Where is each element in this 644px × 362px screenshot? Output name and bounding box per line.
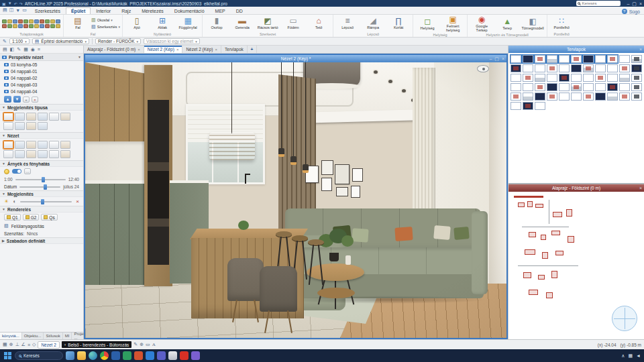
sheet-thumbnail[interactable] xyxy=(523,83,533,91)
sheet-thumbnail[interactable] xyxy=(631,83,642,91)
snap-icon[interactable]: ⊕ xyxy=(9,342,13,347)
sheet-thumbnail[interactable] xyxy=(523,64,533,72)
sheet-thumbnail[interactable] xyxy=(511,102,521,110)
viewport-titlebar[interactable]: Nézet 2 (Kép) * – ▢ × xyxy=(85,55,506,62)
property-icon[interactable] xyxy=(2,19,7,23)
panel-list-icon[interactable]: ▤ xyxy=(3,47,7,52)
start-button[interactable] xyxy=(3,351,12,360)
sheet-thumbnail[interactable] xyxy=(535,64,545,72)
documentation-combo[interactable]: ▤ Építési dokumentáció▾ xyxy=(32,38,89,44)
section-free-defined[interactable]: ▶ Szabadon definiált xyxy=(0,237,83,244)
fuggonyfal-button[interactable]: ▦ Függönyfal xyxy=(176,17,200,29)
view-group-header[interactable]: Perspektív nézet ▼ xyxy=(0,54,83,61)
zoom-in-icon[interactable]: ⊕ xyxy=(140,342,144,347)
display-type-option[interactable] xyxy=(49,113,59,121)
property-icon[interactable] xyxy=(13,19,17,23)
tab-mi[interactable]: MI xyxy=(63,333,72,339)
rampa-button[interactable]: ◢ Rámpa xyxy=(361,17,385,29)
display-type-option[interactable] xyxy=(3,122,13,130)
sheet-thumbnail[interactable] xyxy=(583,93,594,101)
delete-view-button[interactable]: × xyxy=(32,97,38,103)
edit-properties-icon[interactable]: ✎ xyxy=(3,39,7,44)
sheet-thumbnail[interactable] xyxy=(631,64,642,72)
sheet-thumbnail[interactable] xyxy=(595,74,606,82)
tab-stilusok[interactable]: Stílusok xyxy=(44,333,62,339)
sheet-thumbnail[interactable] xyxy=(583,55,594,63)
property-icon[interactable] xyxy=(7,24,12,28)
open-file-icon[interactable]: ◫ xyxy=(9,7,14,13)
korlat-button[interactable]: ∏ Korlát xyxy=(386,17,411,29)
sheet-thumbnail[interactable] xyxy=(535,55,545,63)
zoom-extents-icon[interactable]: ▭ xyxy=(146,342,150,347)
property-icon[interactable] xyxy=(2,24,7,28)
property-icon[interactable] xyxy=(56,24,60,28)
new-tab-button[interactable]: + xyxy=(248,46,257,53)
sheet-thumbnail[interactable] xyxy=(535,102,545,110)
property-icon[interactable] xyxy=(29,19,34,23)
property-icon[interactable] xyxy=(40,19,44,23)
sun-icon[interactable]: ☀ xyxy=(4,198,9,204)
sheet-thumbnail[interactable] xyxy=(547,74,557,82)
fal-szerkesztes-button[interactable]: ▧ Szerkesztés▾ xyxy=(91,24,120,29)
sheet-thumbnail[interactable] xyxy=(511,55,521,63)
section-display-type[interactable]: ▼ Megjelenítés típusa xyxy=(0,104,83,111)
sheet-thumbnail[interactable] xyxy=(607,74,618,82)
property-icon[interactable] xyxy=(34,19,39,23)
sheet-thumbnail[interactable] xyxy=(559,74,570,82)
view-option[interactable] xyxy=(38,141,48,149)
sheets-panel-header[interactable]: Tervlapok × xyxy=(508,46,644,53)
tab-mep[interactable]: MEP xyxy=(210,7,231,14)
doc-tab-sheets[interactable]: Tervlapok xyxy=(221,46,248,53)
sheet-thumbnail[interactable] xyxy=(607,55,618,63)
lepcso-button[interactable]: ≡ Lépcső xyxy=(335,17,360,29)
edge-icon[interactable] xyxy=(89,351,97,360)
doc-tab-view2-active[interactable]: Nézet 2 (Kép)× xyxy=(144,46,183,53)
sheet-thumbnail[interactable] xyxy=(583,83,594,91)
sheet-thumbnail[interactable] xyxy=(547,83,557,91)
archline-app-icon[interactable] xyxy=(168,351,177,360)
view-option[interactable] xyxy=(26,150,36,158)
sheet-thumbnail[interactable] xyxy=(511,74,521,82)
file-explorer-icon[interactable] xyxy=(77,351,86,360)
doc-tab-view2b[interactable]: Nézet 2 (Kép)× xyxy=(182,46,221,53)
view-option[interactable] xyxy=(3,150,13,158)
save-file-icon[interactable]: ▼ xyxy=(15,8,20,13)
sheet-thumbnail[interactable] xyxy=(595,83,606,91)
view-item[interactable]: 04 nappali-02 xyxy=(0,74,83,81)
view-option[interactable] xyxy=(26,141,36,149)
render-quality-g2[interactable]: G2 xyxy=(23,214,40,221)
section-shadow[interactable]: ▼ Árnyék és fényhatás xyxy=(0,160,83,167)
search-input[interactable] xyxy=(582,1,616,5)
floorplan-canvas[interactable] xyxy=(508,192,644,339)
oszlop-button[interactable]: ▮ Oszlop xyxy=(205,17,229,29)
property-icon[interactable] xyxy=(23,24,28,28)
scale-combo[interactable]: 1:100▾ xyxy=(9,38,30,44)
display-type-option[interactable] xyxy=(3,113,13,121)
view-option[interactable] xyxy=(49,141,59,149)
tab-szerkesztes[interactable]: Szerkesztés xyxy=(30,7,66,14)
time-slider[interactable] xyxy=(15,179,66,180)
teto-button[interactable]: ⌂ Tető xyxy=(307,17,331,29)
sheet-thumbnail[interactable] xyxy=(619,74,630,82)
close-icon[interactable]: × xyxy=(639,1,642,7)
text-style-icon[interactable]: A xyxy=(152,342,156,347)
sheet-thumbnail[interactable] xyxy=(595,55,606,63)
undo-icon[interactable]: ↶ xyxy=(14,1,17,6)
fal-button[interactable]: ▤ Fal xyxy=(66,17,90,29)
task-view-icon[interactable] xyxy=(66,351,74,360)
sheet-thumbnail[interactable] xyxy=(619,64,630,72)
active-layer-indicator[interactable]: ▾ Belső - berendezés - Bútorozás xyxy=(62,341,132,348)
view-option[interactable] xyxy=(38,150,48,158)
pontfelho-button[interactable]: ∷ Pontfelhő xyxy=(549,17,574,29)
light-bulb-icon[interactable] xyxy=(4,169,9,174)
sheet-thumbnail[interactable] xyxy=(571,55,582,63)
grid-icon[interactable]: ▦ xyxy=(3,342,7,347)
tab-dd[interactable]: DD xyxy=(231,7,248,14)
chrome-icon[interactable] xyxy=(100,351,109,360)
panel-split-icon[interactable]: ◧ xyxy=(10,47,15,52)
sheet-thumbnail[interactable] xyxy=(571,83,582,91)
property-icon[interactable] xyxy=(45,19,50,23)
tab-konyvtar[interactable]: könyvtá... xyxy=(0,333,22,339)
tab-interior[interactable]: Interior xyxy=(91,7,116,14)
property-icon[interactable] xyxy=(7,19,12,23)
